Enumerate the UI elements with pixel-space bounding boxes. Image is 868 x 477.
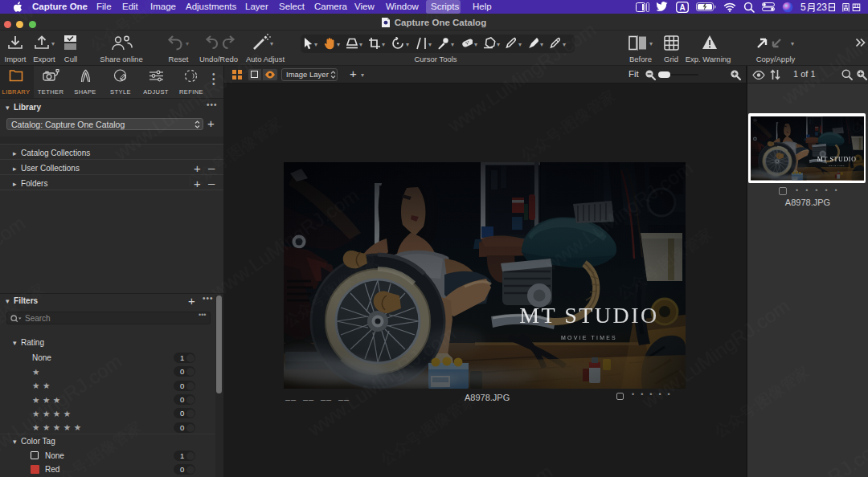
svg-text:A: A	[679, 2, 685, 11]
